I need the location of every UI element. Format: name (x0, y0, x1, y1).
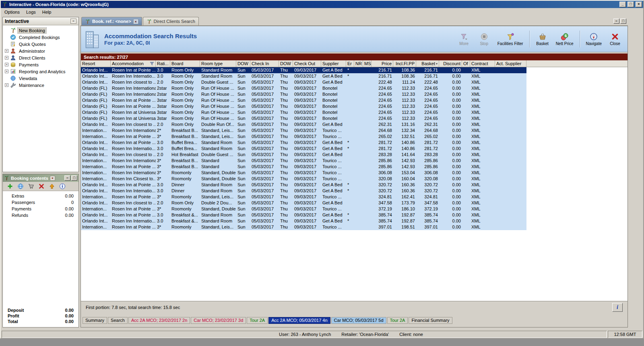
column-header-of[interactable]: Of (462, 60, 470, 67)
table-row[interactable]: Orlando Int...Rosen Inn closest to ...2.… (81, 200, 526, 206)
subtab-tour-2a[interactable]: Tour 2A (247, 317, 268, 324)
column-header-nr[interactable]: NR (354, 60, 363, 67)
facilities-filter-button[interactable]: Facilities Filter (496, 32, 525, 47)
sidebar-item-maintenance[interactable]: +Maintenance (3, 82, 78, 89)
expand-icon[interactable]: + (5, 56, 8, 60)
column-header-contract[interactable]: Contract (470, 60, 495, 67)
expand-icon[interactable]: + (5, 63, 8, 66)
column-header-ms[interactable]: MS (363, 60, 372, 67)
column-header-act-supplier[interactable]: Act. Supplier (495, 60, 526, 67)
add-icon[interactable] (7, 183, 13, 189)
table-row[interactable]: Internation...Rosen Inn at Pointe ...3*R… (81, 194, 526, 200)
menu-options[interactable]: Options (1, 8, 23, 16)
table-row[interactable]: Orlando Int...Rosen Inn closest to ...2.… (81, 122, 526, 128)
basket-button[interactable]: Basket (534, 32, 551, 47)
subtab-acc-2a-mco-05-03-2017-4n[interactable]: Acc 2A MCO; 05/03/2017 4n (268, 317, 330, 324)
tab-direct-clients-search[interactable]: Direct Clients Search (143, 17, 199, 25)
table-row[interactable]: Orlando Int...Rosen Inn closest to ...2.… (81, 152, 526, 158)
table-row[interactable]: Internation...Rosen Inn International3*B… (81, 158, 526, 164)
table-row[interactable]: Orlando Int...Rosen Inn at Pointe ...3.0… (81, 140, 526, 146)
column-header-discount[interactable]: Discount (439, 60, 462, 67)
column-header-er[interactable]: Er (346, 60, 354, 67)
close-icon[interactable]: × (636, 2, 642, 7)
sidebar-item-viewdata[interactable]: Viewdata (3, 75, 78, 82)
column-header-board[interactable]: Board (170, 60, 200, 67)
column-header-basket[interactable]: Basket▾ (416, 60, 439, 67)
column-header-incl-fl-pp[interactable]: Incl.Fl.PP (393, 60, 416, 67)
table-row[interactable]: Orlando Int...Rosen Inn at Pointe ...3.0… (81, 182, 526, 188)
table-row[interactable]: Orlando (FL)Rosen Inn International2star… (81, 91, 526, 97)
upload-icon[interactable] (49, 183, 55, 189)
table-row[interactable]: Orlando (FL)Rosen Inn International2star… (81, 85, 526, 91)
bottom-zone: First portion: 7.8 sec, total search tim… (81, 301, 627, 327)
column-header-resort[interactable]: Resort (81, 60, 111, 67)
table-row[interactable]: Orlando Int...Rosen Inn Internatio...3.0… (81, 188, 526, 194)
table-row[interactable]: Orlando (FL)Rosen Inn at Pointe ...3star… (81, 103, 526, 109)
info-icon[interactable]: i (612, 303, 623, 312)
table-row[interactable]: Orlando Int...Rosen Inn Internatio...3.0… (81, 73, 526, 79)
column-header-supplier[interactable]: Supplier (321, 60, 346, 67)
expand-icon[interactable]: + (5, 83, 8, 87)
tab-book-ref-none[interactable]: Book. ref.: <none>× (81, 17, 142, 25)
column-header-check-in[interactable]: Check In (250, 60, 279, 67)
mdi-restore-icon[interactable]: □ (620, 19, 626, 24)
filter-icon[interactable] (150, 62, 154, 66)
sidebar-item-administrator[interactable]: +Administrator (3, 47, 78, 54)
minimize-icon[interactable]: _ (619, 2, 626, 7)
sidebar-item-payments[interactable]: +Payments (3, 61, 78, 68)
table-row[interactable]: Orlando Int...Rosen Inn at Pointe ...3.0… (81, 212, 526, 218)
menu-help[interactable]: Help (39, 8, 55, 16)
nett-price-button[interactable]: $Nett Price (554, 32, 575, 47)
close-booking-panel-icon[interactable]: × (50, 176, 55, 181)
column-header-dow[interactable]: DOW (236, 60, 250, 67)
table-row[interactable]: Internation...Rosen Inn at Pointe ...3*B… (81, 164, 526, 170)
expand-icon[interactable]: + (5, 70, 8, 73)
subtab-acc-2a-mco-23-02-2017-2n[interactable]: Acc 2A MCO; 23/02/2017 2n (128, 317, 190, 324)
small-info-icon[interactable] (59, 183, 66, 189)
panel-restore-icon[interactable]: □ (71, 175, 77, 181)
subtab-car-mco-05-03-2017-5d[interactable]: Car MCO; 05/03/2017 5d (331, 317, 386, 324)
table-row[interactable]: Orlando Int...Rosen Inn Internatio...3.0… (81, 218, 526, 224)
delete-icon[interactable] (38, 183, 45, 189)
collapse-panel-icon[interactable]: − (70, 19, 76, 24)
mdi-minimize-icon[interactable]: − (613, 19, 619, 24)
expand-icon[interactable]: + (5, 49, 8, 53)
navigate-button[interactable]: Navigate (584, 32, 603, 47)
sidebar-item-quick-quotes[interactable]: Quick Quotes (3, 41, 78, 47)
menu-logs[interactable]: Logs (23, 8, 39, 16)
sidebar-item-direct-clients[interactable]: +Direct Clients (3, 54, 78, 61)
column-header-price[interactable]: Price (372, 60, 393, 67)
column-header-rati[interactable]: Rati... (156, 60, 170, 67)
sidebar-item-completed-bookings[interactable]: Completed Bookings (3, 34, 78, 41)
table-row[interactable]: Orlando (FL)Rosen Inn at Pointe ...3star… (81, 97, 526, 103)
subtab-financial-summary[interactable]: Financial Summary (409, 317, 452, 324)
column-header-room-type[interactable]: Room type (200, 60, 236, 67)
panel-minimize-icon[interactable]: − (64, 175, 70, 181)
table-row[interactable]: Internation...Rosen Inn at Pointe ...3*R… (81, 206, 526, 212)
column-header-check-out[interactable]: Check Out (293, 60, 321, 67)
booking-toolbar (3, 182, 78, 191)
table-row[interactable]: Internation...Rosen Inn at Pointe ...3*R… (81, 224, 526, 230)
sidebar-item-reporting-and-analytics[interactable]: +Reporting and Analytics (3, 68, 78, 75)
table-row[interactable]: Orlando (FL)Rosen Inn at Universal3starR… (81, 109, 526, 115)
close-button[interactable]: Close (607, 32, 623, 47)
subtab-search[interactable]: Search (108, 317, 128, 324)
table-row[interactable]: Internation...Rosen Inn International2*B… (81, 128, 526, 134)
table-row[interactable]: Internation...Rosen Inn Closest to...3*R… (81, 176, 526, 182)
sidebar-item-new-booking[interactable]: New Booking (3, 27, 78, 34)
table-row[interactable]: Orlando Int...Rosen Inn closest to ...2.… (81, 79, 526, 85)
close-tab-icon[interactable]: × (133, 19, 138, 24)
table-row[interactable]: Orlando Int...Rosen Inn at Pointe ...3.0… (81, 67, 526, 73)
subtab-tour-2a[interactable]: Tour 2A (387, 317, 408, 324)
subtab-car-mco-23-02-2017-3d[interactable]: Car MCO; 23/02/2017 3d (191, 317, 246, 324)
basket-small-icon[interactable] (28, 183, 34, 189)
world-icon[interactable] (17, 183, 24, 189)
table-row[interactable]: Orlando Int...Rosen Inn Internatio...3.0… (81, 146, 526, 152)
column-header-accommodation[interactable]: Accommodation (111, 60, 156, 67)
table-row[interactable]: Internation...Rosen Inn at Pointe ...3*B… (81, 134, 526, 140)
table-row[interactable]: Internation...Rosen Inn International3*R… (81, 170, 526, 176)
column-header-dow[interactable]: DOW (279, 60, 293, 67)
subtab-summary[interactable]: Summary (83, 317, 107, 324)
maximize-icon[interactable]: □ (627, 2, 634, 7)
table-row[interactable]: Orlando (FL)Rosen Inn at Universal3starR… (81, 115, 526, 122)
